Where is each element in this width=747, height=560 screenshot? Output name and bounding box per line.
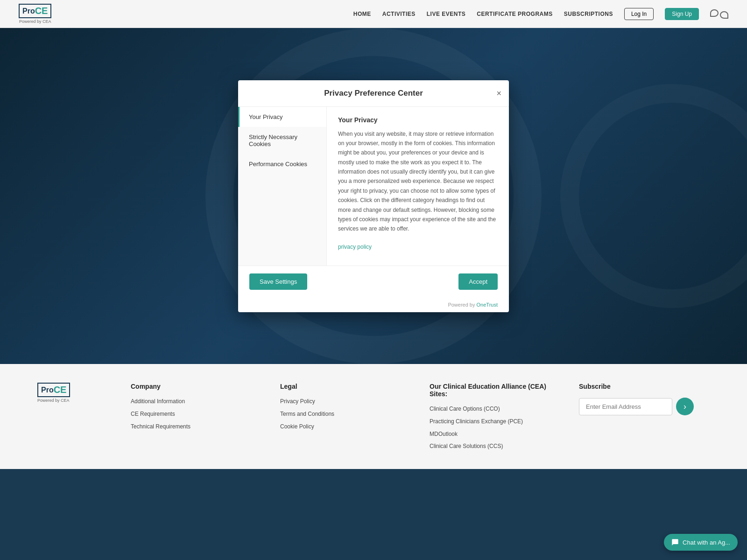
footer-link-technical-requirements[interactable]: Technical Requirements bbox=[131, 423, 261, 431]
header: Pro CE Powered by CEA HOME ACTIVITIES LI… bbox=[0, 0, 747, 28]
sidebar-item-performance-cookies[interactable]: Performance Cookies bbox=[238, 154, 326, 174]
nav-home[interactable]: HOME bbox=[353, 11, 371, 17]
logo-powered-text: Powered by CEA bbox=[19, 19, 51, 24]
subscribe-input-row: › bbox=[579, 398, 710, 415]
logo-pro: Pro bbox=[22, 7, 35, 15]
modal-title: Privacy Preference Center bbox=[324, 89, 423, 98]
chat-widget[interactable]: Chat with an Ag... bbox=[664, 534, 738, 551]
footer-subscribe: Subscribe › bbox=[579, 383, 710, 455]
footer-company: Company Additional Information CE Requir… bbox=[131, 383, 261, 455]
footer-logo-powered: Powered by CEA bbox=[37, 398, 70, 403]
email-input[interactable] bbox=[579, 398, 672, 415]
privacy-modal: Privacy Preference Center × Your Privacy… bbox=[238, 80, 509, 312]
nav-activities[interactable]: ACTIVITIES bbox=[382, 11, 416, 17]
save-settings-button[interactable]: Save Settings bbox=[249, 273, 307, 290]
footer-logo-pro: Pro bbox=[41, 386, 54, 394]
modal-close-button[interactable]: × bbox=[496, 89, 501, 98]
accept-button[interactable]: Accept bbox=[458, 273, 498, 290]
footer-link-privacy-policy[interactable]: Privacy Policy bbox=[280, 398, 411, 406]
nav-subscriptions[interactable]: SUBSCRIPTIONS bbox=[564, 11, 613, 17]
modal-content-title: Your Privacy bbox=[338, 116, 498, 124]
modal-header: Privacy Preference Center × bbox=[238, 80, 509, 107]
footer-company-heading: Company bbox=[131, 383, 261, 390]
footer-link-cco[interactable]: Clinical Care Options (CCO) bbox=[430, 405, 560, 413]
chat-widget-icon bbox=[671, 539, 679, 546]
signup-button[interactable]: Sign Up bbox=[665, 8, 699, 20]
hero-section: Privacy Preference Center × Your Privacy… bbox=[0, 28, 747, 364]
footer-logo-ce: CE bbox=[54, 385, 67, 395]
footer-link-pce[interactable]: Practicing Clinicians Exchange (PCE) bbox=[430, 418, 560, 426]
modal-body: Your Privacy Strictly Necessary Cookies … bbox=[238, 107, 509, 266]
footer-subscribe-heading: Subscribe bbox=[579, 383, 710, 390]
powered-by-label: Powered by bbox=[448, 302, 476, 308]
onetrust-link[interactable]: OneTrust bbox=[477, 302, 498, 308]
footer-link-ce-requirements[interactable]: CE Requirements bbox=[131, 410, 261, 418]
footer: Pro CE Powered by CEA Company Additional… bbox=[0, 364, 747, 469]
modal-content-text: When you visit any website, it may store… bbox=[338, 129, 498, 234]
arrow-right-icon: › bbox=[684, 402, 686, 412]
logo[interactable]: Pro CE Powered by CEA bbox=[19, 4, 51, 24]
login-button[interactable]: Log In bbox=[624, 8, 654, 20]
footer-link-cookie-policy[interactable]: Cookie Policy bbox=[280, 423, 411, 431]
logo-ce: CE bbox=[35, 6, 48, 16]
footer-link-additional-info[interactable]: Additional Information bbox=[131, 398, 261, 406]
chat-nav-icon[interactable] bbox=[710, 9, 728, 19]
modal-content: Your Privacy When you visit any website,… bbox=[327, 107, 509, 266]
chat-widget-label: Chat with an Ag... bbox=[683, 539, 730, 546]
footer-link-terms[interactable]: Terms and Conditions bbox=[280, 410, 411, 418]
sidebar-item-strictly-necessary[interactable]: Strictly Necessary Cookies bbox=[238, 127, 326, 154]
chat-bubble-2 bbox=[720, 11, 728, 19]
main-nav: HOME ACTIVITIES LIVE EVENTS CERTIFICATE … bbox=[353, 8, 728, 20]
footer-logo[interactable]: Pro CE Powered by CEA bbox=[37, 383, 112, 455]
modal-overlay: Privacy Preference Center × Your Privacy… bbox=[0, 28, 747, 364]
modal-footer: Save Settings Accept bbox=[238, 266, 509, 297]
footer-cea-sites: Our Clinical Education Alliance (CEA) Si… bbox=[430, 383, 560, 455]
sidebar-item-your-privacy[interactable]: Your Privacy bbox=[238, 107, 326, 127]
footer-cea-heading: Our Clinical Education Alliance (CEA) Si… bbox=[430, 383, 560, 398]
subscribe-button[interactable]: › bbox=[676, 398, 694, 415]
chat-bubble-1 bbox=[710, 9, 719, 17]
footer-legal-heading: Legal bbox=[280, 383, 411, 390]
modal-powered-row: Powered by OneTrust bbox=[238, 297, 509, 312]
nav-certificate-programs[interactable]: CERTIFICATE PROGRAMS bbox=[477, 11, 552, 17]
nav-live-events[interactable]: LIVE EVENTS bbox=[427, 11, 466, 17]
footer-link-mdoutlook[interactable]: MDOutlook bbox=[430, 430, 560, 438]
footer-link-ccs[interactable]: Clinical Care Solutions (CCS) bbox=[430, 442, 560, 450]
privacy-policy-link[interactable]: privacy policy bbox=[338, 244, 372, 250]
modal-sidebar: Your Privacy Strictly Necessary Cookies … bbox=[238, 107, 327, 266]
footer-legal: Legal Privacy Policy Terms and Condition… bbox=[280, 383, 411, 455]
